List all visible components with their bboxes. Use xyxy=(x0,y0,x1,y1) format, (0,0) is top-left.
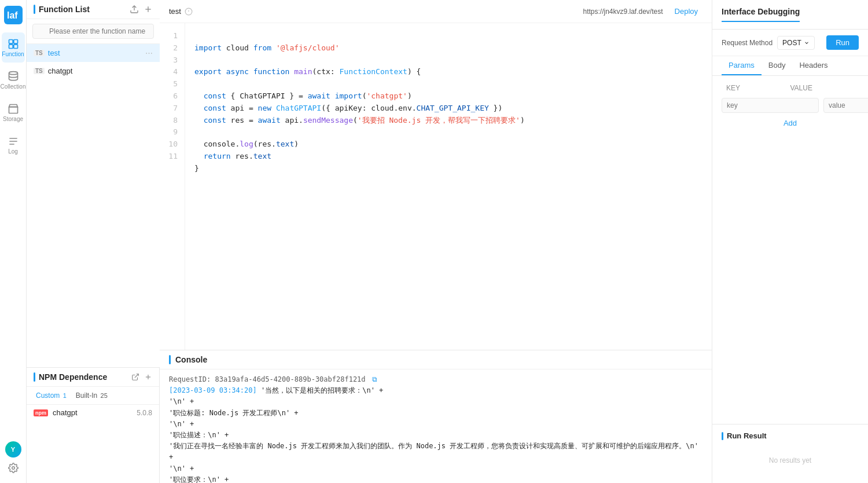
req-id-value: 83a19afa-46d5-4200-889b-30abf28f121d xyxy=(215,375,365,383)
npm-item-chatgpt: npm chatgpt 5.0.8 xyxy=(27,405,159,420)
deploy-button[interactable]: Deploy xyxy=(670,5,703,18)
code-editor[interactable]: 1234 5678 91011 import cloud from '@lafj… xyxy=(160,23,712,350)
npm-panel-actions xyxy=(131,373,152,381)
params-header: KEY VALUE xyxy=(722,80,859,96)
svg-rect-7 xyxy=(9,107,17,113)
sidebar-item-collection[interactable]: Collection xyxy=(2,65,25,95)
run-result-section: Run Result No results yet xyxy=(712,424,868,483)
console-header: Console xyxy=(160,350,712,369)
fn-name-test: test xyxy=(48,49,142,57)
console-content: RequestID: 83a19afa-46d5-4200-889b-30abf… xyxy=(160,369,712,483)
add-param-button[interactable]: Add xyxy=(722,115,859,131)
npm-package-name: chatgpt xyxy=(53,408,132,417)
run-result-title: Run Result xyxy=(722,431,859,440)
right-panel-header: Interface Debugging xyxy=(712,0,868,30)
tab-headers[interactable]: Headers xyxy=(792,56,834,75)
function-list-title: Function List xyxy=(34,5,90,14)
console-log-line-5: '我们正在寻找一名经验丰富的 Node.js 开发工程师来加入我们的团队。作为 … xyxy=(169,441,703,463)
fn-more-button[interactable]: ⋯ xyxy=(145,49,153,57)
line-numbers: 1234 5678 91011 xyxy=(160,23,185,350)
tab-body[interactable]: Body xyxy=(762,56,793,75)
console-area: Console RequestID: 83a19afa-46d5-4200-88… xyxy=(160,350,712,483)
fn-badge: TS xyxy=(34,50,45,56)
right-panel-title: Interface Debugging xyxy=(722,7,800,22)
npm-tabs: Custom 1 Built-In 25 xyxy=(27,387,159,405)
request-method-label: Request Method xyxy=(722,39,773,47)
npm-badge: npm xyxy=(34,409,48,416)
fn-badge-chatgpt: TS xyxy=(34,68,45,74)
function-item-test[interactable]: TS test ⋯ xyxy=(27,44,160,62)
tab-params[interactable]: Params xyxy=(722,56,762,75)
console-log-line-6: '\n' + xyxy=(169,463,703,474)
function-list-actions xyxy=(130,5,153,14)
settings-icon[interactable] xyxy=(5,460,21,476)
console-log-line-1: '\n' + xyxy=(169,396,703,407)
svg-point-8 xyxy=(12,467,14,470)
console-log-line-7: '职位要求：\n' + xyxy=(169,474,703,483)
request-method-row: Request Method POST Run xyxy=(712,30,868,56)
console-log-line-2: '职位标题: Node.js 开发工程师\n' + xyxy=(169,408,703,419)
npm-add-button[interactable] xyxy=(144,373,152,381)
svg-line-14 xyxy=(135,374,138,378)
svg-rect-4 xyxy=(9,44,13,48)
code-content[interactable]: import cloud from '@lafjs/cloud' export … xyxy=(185,23,712,350)
npm-panel-header: NPM Dependence xyxy=(27,368,159,387)
console-log-line-0: [2023-03-09 03:34:20] '当然，以下是相关的招聘要求：\n'… xyxy=(169,385,703,396)
sidebar-item-storage-label: Storage xyxy=(3,116,23,122)
sidebar-item-log[interactable]: Log xyxy=(2,130,25,160)
editor-toolbar: test https://jn4kvz9.laf.dev/test Deploy xyxy=(160,0,712,23)
params-table: KEY VALUE ✕ Add xyxy=(712,76,868,136)
main-area: test https://jn4kvz9.laf.dev/test Deploy… xyxy=(160,0,712,483)
debug-tabs: Params Body Headers xyxy=(712,56,868,76)
logo: laf xyxy=(3,5,24,25)
method-select[interactable]: POST xyxy=(777,36,815,50)
console-title-bar xyxy=(169,355,171,364)
run-button[interactable]: Run xyxy=(826,35,859,50)
request-id-line: RequestID: 83a19afa-46d5-4200-889b-30abf… xyxy=(169,374,703,385)
svg-point-6 xyxy=(9,71,17,74)
npm-tab-builtin[interactable]: Built-In 25 xyxy=(73,390,110,401)
npm-panel-title: NPM Dependence xyxy=(34,372,107,382)
no-results-text: No results yet xyxy=(722,445,859,476)
right-panel: Interface Debugging Request Method POST … xyxy=(712,0,868,483)
fn-name-chatgpt: chatgpt xyxy=(48,67,153,75)
npm-tab-custom[interactable]: Custom 1 xyxy=(34,390,69,401)
search-bar xyxy=(27,19,160,44)
npm-title-bar xyxy=(34,372,35,382)
sidebar-item-storage[interactable]: Storage xyxy=(2,97,25,127)
npm-package-version: 5.0.8 xyxy=(137,409,152,417)
svg-rect-3 xyxy=(13,39,17,43)
function-list-panel: Function List xyxy=(27,0,160,367)
value-header: VALUE xyxy=(790,84,855,92)
svg-rect-5 xyxy=(13,44,17,48)
console-title: Console xyxy=(175,355,207,364)
sidebar-item-collection-label: Collection xyxy=(1,83,26,90)
param-input-row: ✕ xyxy=(722,96,859,115)
title-bar-accent xyxy=(34,5,35,14)
sidebar-item-function[interactable]: Function xyxy=(2,32,25,63)
function-item-chatgpt[interactable]: TS chatgpt xyxy=(27,62,160,80)
npm-panel: NPM Dependence xyxy=(27,367,159,483)
function-list-header: Function List xyxy=(27,0,160,19)
sidebar-item-log-label: Log xyxy=(8,148,18,155)
sidebar: laf Function Collection Storage Log xyxy=(0,0,27,483)
export-button[interactable] xyxy=(130,5,139,14)
user-avatar[interactable]: Y xyxy=(5,441,21,458)
req-id-label: RequestID: xyxy=(169,375,211,383)
run-result-bar xyxy=(722,432,723,440)
copy-req-id-icon[interactable]: ⧉ xyxy=(372,375,377,383)
svg-rect-2 xyxy=(9,39,13,43)
console-log-line-4: '职位描述：\n' + xyxy=(169,430,703,441)
npm-export-button[interactable] xyxy=(131,373,139,381)
sidebar-item-function-label: Function xyxy=(2,51,24,57)
svg-text:laf: laf xyxy=(7,10,18,20)
function-url: https://jn4kvz9.laf.dev/test xyxy=(583,8,663,16)
add-function-button[interactable] xyxy=(144,5,153,14)
param-value-input[interactable] xyxy=(823,98,868,113)
param-key-input[interactable] xyxy=(722,98,819,113)
console-log-line-3: '\n' + xyxy=(169,419,703,430)
search-input[interactable] xyxy=(32,24,154,39)
editor-tab[interactable]: test xyxy=(169,7,193,16)
key-header: KEY xyxy=(726,84,790,92)
